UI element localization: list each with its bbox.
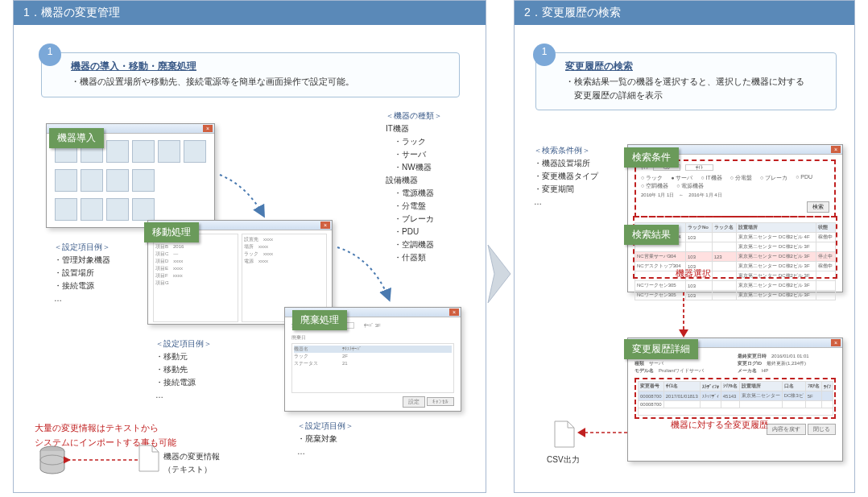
callout-left: 1 機器の導入・移動・廃棄処理 ・機器の設置場所や移動先、接続電源等を簡単な画面… (41, 52, 460, 97)
table-row[interactable] (639, 408, 833, 416)
callout-right: 1 変更履歴の検索 ・検索結果一覧の機器を選択すると、選択した機器に対する 変更… (535, 52, 837, 110)
search-cond-head: ＜検索条件例＞ (534, 146, 590, 155)
panel-change-management: 1．機器の変更管理 1 機器の導入・移動・廃棄処理 ・機器の設置場所や移動先、接… (13, 0, 486, 493)
settings3-head: ＜設定項目例＞ (297, 421, 353, 430)
tag-search-result: 検索結果 (624, 225, 679, 245)
device-icon[interactable] (81, 169, 103, 192)
device-icon[interactable] (132, 140, 155, 163)
settings3-body: ・廃棄対象 … (297, 434, 337, 456)
settings-2: ＜設定項目例＞ ・移動元 ・移動先 ・接続電源 … (155, 338, 212, 402)
tag-scrap: 廃棄処理 (292, 310, 347, 330)
cancel-button[interactable]: ｷｬﾝｾﾙ (427, 397, 454, 406)
search-cond-label: ＜検索条件例＞ ・機器設置場所 ・変更機器タイプ ・変更期間 … (534, 144, 598, 209)
callout-right-num: 1 (533, 43, 556, 66)
radio-opt[interactable]: ○ ブレーカ (760, 174, 787, 182)
database-icon (38, 445, 67, 478)
table-row[interactable]: NCデスクトップ304103東京第二センター DC棟2ビル 3F稼働中 (635, 262, 836, 271)
device-icon[interactable] (158, 140, 180, 163)
settings2-head: ＜設定項目例＞ (155, 339, 212, 348)
panel-right-title: 2．変更履歴の検索 (515, 1, 854, 25)
radio-opt[interactable]: ○ PDU (796, 174, 812, 182)
table-row[interactable]: 000087002017/01/01813ｽﾄｯﾌﾃﾞｨ45143東京第二センタ… (639, 391, 833, 401)
callout-left-num: 1 (39, 43, 61, 66)
radio-opt[interactable]: ● サーバ (671, 174, 692, 182)
detail-table: 変更番号ｻｲｽ名ｽﾄﾃﾞｨﾌｫｼﾘｱﾙ名設置場所口名ﾌﾛｱ名ﾗｲﾌ 000087… (638, 381, 833, 416)
arrow-right-big (486, 242, 515, 306)
tag-search-cond: 検索条件 (624, 147, 679, 168)
device-types: ＜機器の種類＞ IT機器 ・ラック ・サーバ ・NW機器 設備機器 ・電源機器 … (386, 110, 442, 264)
device-types-body: IT機器 ・ラック ・サーバ ・NW機器 設備機器 ・電源機器 ・分電盤 ・ブレ… (386, 124, 434, 262)
panel-left-title: 1．機器の変更管理 (14, 1, 486, 25)
date-range: 2016年 1月 1日 ～ 2016年 1月 4日 (641, 192, 829, 199)
callout-right-title: 変更履歴の検索 (565, 60, 826, 73)
window-scrap-body: 対象機 ｻｰﾊﾞ 3F 廃棄日 機器名 ﾃｷｽﾄｻｰﾊﾞ ラック 2F ステータ… (285, 317, 461, 412)
device-icon[interactable] (55, 169, 77, 192)
callout-left-title: 機器の導入・移動・廃棄処理 (71, 60, 449, 73)
settings1-head: ＜設定項目例＞ (54, 242, 110, 251)
device-types-head: ＜機器の種類＞ (386, 111, 442, 120)
ok-button[interactable]: 設定 (403, 396, 425, 408)
import-note: 大量の変更情報はテキストから システムにインポートする事も可能 (35, 421, 176, 449)
device-icon[interactable] (132, 198, 155, 221)
radio-opt[interactable]: ○ 空調機器 (641, 182, 668, 190)
radio-opt[interactable]: ○ IT機器 (701, 174, 721, 182)
device-icon[interactable] (106, 198, 129, 221)
anno-all-history: 機器に対する全変更履歴 (671, 418, 768, 433)
arrow-csv (576, 425, 632, 441)
settings2-body: ・移動元 ・移動先 ・接続電源 … (155, 352, 196, 400)
arrow-import (62, 452, 143, 468)
settings-3: ＜設定項目例＞ ・廃棄対象 … (297, 420, 353, 458)
device-icon[interactable] (184, 140, 206, 163)
close-icon[interactable]: × (831, 146, 841, 153)
radio-opt[interactable]: ○ 分電盤 (730, 174, 752, 182)
device-icon[interactable] (81, 198, 103, 221)
file-icon (553, 420, 576, 449)
tag-detail: 変更履歴詳細 (624, 339, 698, 359)
search-cond-body: ・機器設置場所 ・変更機器タイプ ・変更期間 … (534, 159, 598, 206)
close-icon[interactable]: × (203, 125, 213, 132)
table-row[interactable]: 東京第二センター DC棟2ビル 3F (635, 271, 836, 281)
table-row[interactable]: NCワークセン305103東京第二センター DC棟2ビル 3F (635, 291, 836, 300)
table-row-selected[interactable]: NC営業サーバ304103123東京第二センター DC棟2ビル 3F停止中 (635, 252, 836, 262)
panel-change-history: 2．変更履歴の検索 1 変更履歴の検索 ・検索結果一覧の機器を選択すると、選択し… (514, 0, 855, 493)
radio-opt[interactable]: ○ 電源機器 (676, 182, 704, 190)
search-cond-box: ｻｲﾄ C0 ｻｲﾄ ○ ラック ● サーバ ○ IT機器 ○ 分電盤 ○ ブレ… (634, 159, 836, 217)
revert-button[interactable]: 内容を戻す (767, 424, 806, 435)
file-label: 機器の変更情報 （テキスト） (163, 450, 220, 476)
device-icon[interactable] (55, 198, 77, 221)
search-button[interactable]: 検索 (807, 201, 829, 213)
device-icon[interactable] (132, 169, 155, 192)
radio-opt[interactable]: ○ ラック (641, 174, 663, 182)
device-icon[interactable] (106, 169, 129, 192)
callout-left-body: ・機器の設置場所や移動先、接続電源等を簡単な画面操作で設定可能。 (71, 75, 449, 89)
anno-select: 機器選択 (676, 267, 711, 281)
table-row[interactable]: NCワークセン305103東京第二センター DC棟2ビル 3F (635, 281, 836, 291)
settings-1: ＜設定項目例＞ ・管理対象機器 ・設置場所 ・接続電源 … (54, 241, 110, 305)
device-icon[interactable] (106, 140, 129, 163)
tag-move: 移動処理 (144, 222, 199, 242)
csv-label: CSV出力 (547, 454, 580, 466)
settings1-body: ・管理対象機器 ・設置場所 ・接続電源 … (54, 255, 110, 303)
svg-point-1 (40, 455, 64, 465)
callout-right-body: ・検索結果一覧の機器を選択すると、選択した機器に対する 変更履歴の詳細を表示 (565, 75, 826, 101)
table-row[interactable]: 00008700 (639, 401, 833, 408)
close-icon[interactable]: × (449, 309, 459, 316)
close-icon[interactable]: × (831, 339, 841, 346)
close-icon[interactable]: × (320, 222, 330, 229)
tag-intro: 機器導入 (49, 128, 104, 148)
close-button[interactable]: 閉じる (808, 424, 836, 435)
